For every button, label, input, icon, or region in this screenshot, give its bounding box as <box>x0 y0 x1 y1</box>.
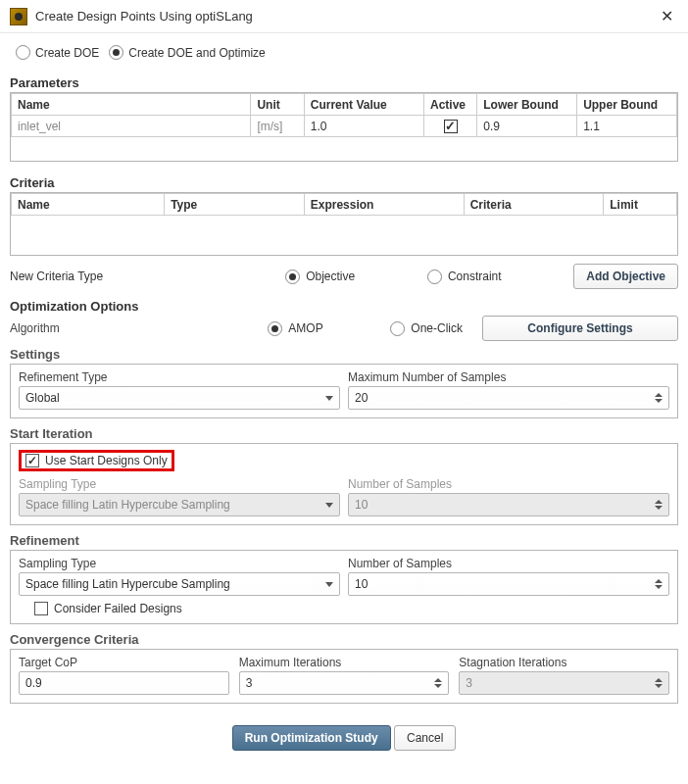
cell-lower[interactable]: 0.9 <box>477 116 577 137</box>
mode-radio-group: Create DOE Create DOE and Optimize <box>16 45 678 60</box>
num-samples-input-2[interactable]: 10 <box>348 572 669 596</box>
target-cop-label: Target CoP <box>19 656 229 669</box>
sampling-type-select-2[interactable]: Space filling Latin Hypercube Sampling <box>19 572 340 596</box>
opt-options-title: Optimization Options <box>10 299 678 314</box>
chevron-down-icon <box>325 396 333 401</box>
col-criteria: Criteria <box>464 194 604 216</box>
max-iterations-input[interactable]: 3 <box>239 671 450 695</box>
col-expression: Expression <box>304 194 464 216</box>
refinement-label: Refinement <box>10 533 678 548</box>
configure-settings-button[interactable]: Configure Settings <box>482 316 678 341</box>
radio-amop[interactable]: AMOP <box>268 321 322 336</box>
sampling-type-value-2: Space filling Latin Hypercube Sampling <box>25 577 230 591</box>
refinement-type-select[interactable]: Global <box>19 386 340 410</box>
col-lower: Lower Bound <box>477 94 577 116</box>
radio-constraint[interactable]: Constraint <box>427 270 502 284</box>
table-row[interactable]: inlet_vel [m/s] 1.0 ✓ 0.9 1.1 <box>12 116 677 137</box>
col-type: Type <box>165 194 305 216</box>
stagnation-input: 3 <box>459 671 669 695</box>
radio-create-doe-label: Create DOE <box>35 46 99 60</box>
radio-constraint-label: Constraint <box>448 270 502 283</box>
chevron-down-icon <box>325 503 333 508</box>
sampling-type-select-1: Space filling Latin Hypercube Sampling <box>19 493 340 516</box>
radio-objective-label: Objective <box>306 270 355 283</box>
col-name: Name <box>12 194 165 216</box>
parameters-table: Name Unit Current Value Active Lower Bou… <box>10 92 678 162</box>
max-samples-input[interactable]: 20 <box>348 386 669 410</box>
sampling-type-value-1: Space filling Latin Hypercube Sampling <box>25 498 230 512</box>
radio-create-doe-optimize[interactable]: Create DOE and Optimize <box>109 45 265 60</box>
new-criteria-label: New Criteria Type <box>10 270 103 283</box>
max-iterations-label: Maximum Iterations <box>239 656 450 669</box>
consider-failed-checkbox[interactable] <box>34 602 48 615</box>
cell-upper[interactable]: 1.1 <box>577 116 677 137</box>
stagnation-label: Stagnation Iterations <box>459 656 669 669</box>
start-iteration-label: Start Iteration <box>10 426 678 441</box>
max-samples-value: 20 <box>355 391 368 405</box>
consider-failed-label: Consider Failed Designs <box>54 602 182 615</box>
run-optimization-button[interactable]: Run Optimization Study <box>232 725 391 751</box>
add-objective-button[interactable]: Add Objective <box>573 264 678 289</box>
col-name: Name <box>12 94 251 116</box>
target-cop-value: 0.9 <box>25 676 42 690</box>
radio-create-doe-optimize-label: Create DOE and Optimize <box>128 46 265 60</box>
col-upper: Upper Bound <box>577 94 677 116</box>
convergence-label: Convergence Criteria <box>10 632 678 647</box>
criteria-table: Name Type Expression Criteria Limit <box>10 192 678 256</box>
col-current: Current Value <box>304 94 423 116</box>
cell-current[interactable]: 1.0 <box>304 116 423 137</box>
num-samples-input-1: 10 <box>348 493 669 516</box>
radio-objective[interactable]: Objective <box>285 270 355 284</box>
use-start-designs-label: Use Start Designs Only <box>45 454 168 467</box>
settings-label: Settings <box>10 347 678 362</box>
max-iterations-value: 3 <box>246 676 253 690</box>
cell-name: inlet_vel <box>12 116 251 137</box>
algorithm-label: Algorithm <box>10 321 88 335</box>
radio-amop-label: AMOP <box>288 321 322 335</box>
max-samples-label: Maximum Number of Samples <box>348 370 669 384</box>
use-start-designs-checkbox[interactable] <box>25 454 39 467</box>
parameters-title: Parameters <box>10 75 678 90</box>
close-button[interactable]: ✕ <box>655 7 678 25</box>
target-cop-input[interactable]: 0.9 <box>19 671 229 695</box>
num-samples-label-1: Number of Samples <box>348 477 669 491</box>
radio-oneclick[interactable]: One-Click <box>390 321 463 336</box>
stagnation-value: 3 <box>466 676 472 690</box>
col-active: Active <box>423 94 476 116</box>
num-samples-value-1: 10 <box>355 498 368 512</box>
num-samples-label-2: Number of Samples <box>348 557 669 570</box>
chevron-down-icon <box>325 582 333 587</box>
app-icon <box>10 8 27 25</box>
cell-active[interactable]: ✓ <box>423 116 476 137</box>
col-unit: Unit <box>251 94 304 116</box>
radio-oneclick-label: One-Click <box>411 321 463 335</box>
window-title: Create Design Points Using optiSLang <box>35 9 253 24</box>
highlight-box: Use Start Designs Only <box>19 450 174 471</box>
refinement-type-label: Refinement Type <box>19 370 340 384</box>
titlebar: Create Design Points Using optiSLang ✕ <box>0 0 688 33</box>
criteria-title: Criteria <box>10 175 678 190</box>
col-limit: Limit <box>604 194 677 216</box>
sampling-type-label-2: Sampling Type <box>19 557 340 570</box>
sampling-type-label-1: Sampling Type <box>19 477 340 491</box>
num-samples-value-2: 10 <box>355 577 368 591</box>
radio-create-doe[interactable]: Create DOE <box>16 45 99 60</box>
cancel-button[interactable]: Cancel <box>394 725 456 751</box>
refinement-type-value: Global <box>25 391 60 405</box>
cell-unit: [m/s] <box>251 116 304 137</box>
